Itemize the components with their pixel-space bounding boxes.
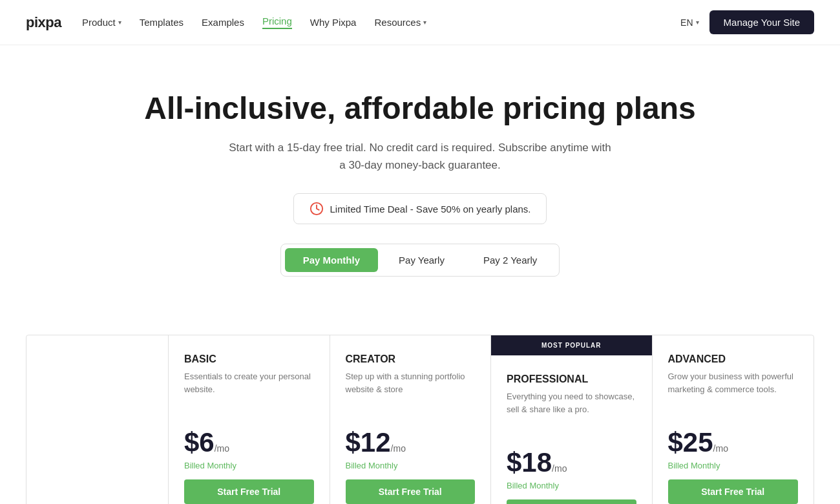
manage-site-button[interactable]: Manage Your Site [709,10,814,34]
chevron-down-icon: ▾ [696,19,699,26]
professional-card-body: PROFESSIONAL Everything you need to show… [491,355,652,504]
hero-subtext: Start with a 15-day free trial. No credi… [226,139,614,174]
advanced-card-body: ADVANCED Grow your business with powerfu… [653,335,814,504]
hero-heading: All-inclusive, affordable pricing plans [13,90,827,126]
professional-plan-name: PROFESSIONAL [507,373,636,385]
professional-price-period: /mo [552,463,567,474]
pay-monthly-button[interactable]: Pay Monthly [285,248,378,272]
billing-toggle-wrapper: Pay Monthly Pay Yearly Pay 2 Yearly [13,244,827,309]
advanced-plan-name: ADVANCED [668,353,799,365]
advanced-price-amount: $25 [668,427,713,457]
professional-billed-text: Billed Monthly [507,481,636,490]
pay-yearly-button[interactable]: Pay Yearly [381,248,463,272]
creator-plan-name: CREATOR [346,353,476,365]
advanced-plan-desc: Grow your business with powerful marketi… [668,370,799,409]
professional-price-amount: $18 [507,447,552,478]
nav-examples[interactable]: Examples [202,17,244,28]
professional-cta-button[interactable]: Start Free Trial [507,499,636,504]
navbar: pixpa Product ▾ Templates Examples Prici… [0,0,840,45]
advanced-plan-card: ADVANCED Grow your business with powerfu… [653,335,814,504]
advanced-billed-text: Billed Monthly [668,461,799,470]
basic-plan-desc: Essentials to create your personal websi… [184,370,314,409]
professional-plan-card: MOST POPULAR PROFESSIONAL Everything you… [491,335,653,504]
creator-price-amount: $12 [346,427,391,457]
chevron-down-icon: ▾ [423,19,426,26]
hero-section: All-inclusive, affordable pricing plans … [0,45,840,335]
nav-resources[interactable]: Resources ▾ [374,17,426,28]
basic-plan-name: BASIC [184,353,314,365]
nav-why-pixpa[interactable]: Why Pixpa [310,17,357,28]
creator-plan-desc: Step up with a stunning portfolio websit… [346,370,476,409]
basic-price-amount: $6 [184,427,215,457]
language-selector[interactable]: EN ▾ [680,17,698,28]
professional-plan-desc: Everything you need to showcase, sell & … [507,390,636,429]
advanced-price-period: /mo [713,443,728,454]
creator-plan-card: CREATOR Step up with a stunning portfoli… [330,335,492,504]
deal-banner: Limited Time Deal - Save 50% on yearly p… [293,193,547,224]
clock-icon [310,202,324,216]
nav-right: EN ▾ Manage Your Site [680,10,814,34]
pricing-grid: BASIC Essentials to create your personal… [26,335,814,504]
nav-pricing[interactable]: Pricing [262,16,292,29]
chevron-down-icon: ▾ [118,19,121,26]
pricing-section: BASIC Essentials to create your personal… [0,335,840,504]
nav-left: pixpa Product ▾ Templates Examples Prici… [26,14,426,31]
creator-price-period: /mo [391,443,406,454]
basic-plan-price: $6/mo [184,427,314,458]
basic-price-period: /mo [215,443,229,454]
nav-links: Product ▾ Templates Examples Pricing Why… [82,16,426,29]
creator-plan-price: $12/mo [346,427,476,458]
advanced-plan-price: $25/mo [668,427,799,458]
creator-cta-button[interactable]: Start Free Trial [346,479,476,504]
nav-templates[interactable]: Templates [140,17,184,28]
advanced-cta-button[interactable]: Start Free Trial [668,479,799,504]
nav-product[interactable]: Product ▾ [82,17,121,28]
deal-text: Limited Time Deal - Save 50% on yearly p… [330,204,531,215]
creator-card-body: CREATOR Step up with a stunning portfoli… [330,335,491,504]
features-column [26,335,169,504]
logo[interactable]: pixpa [26,14,61,31]
basic-billed-text: Billed Monthly [184,461,314,470]
billing-toggle: Pay Monthly Pay Yearly Pay 2 Yearly [280,244,560,277]
basic-plan-card: BASIC Essentials to create your personal… [169,335,330,504]
basic-cta-button[interactable]: Start Free Trial [184,479,314,504]
professional-plan-price: $18/mo [507,447,636,478]
basic-card-body: BASIC Essentials to create your personal… [169,335,330,504]
pay-2-yearly-button[interactable]: Pay 2 Yearly [465,248,555,272]
most-popular-badge: MOST POPULAR [491,335,652,355]
creator-billed-text: Billed Monthly [346,461,476,470]
